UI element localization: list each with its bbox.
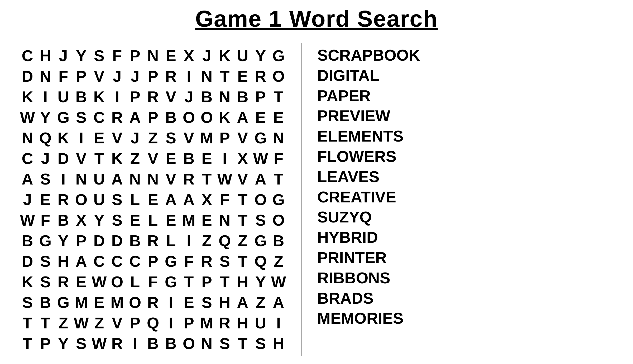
grid-cell-0-7: N <box>144 45 162 66</box>
grid-cell-13-3: W <box>72 313 90 333</box>
grid-cell-5-14: F <box>270 148 287 169</box>
grid-cell-11-8: G <box>162 271 180 292</box>
grid-cell-6-9: R <box>180 169 198 189</box>
grid-cell-9-0: B <box>18 230 36 251</box>
grid-cell-8-6: E <box>126 210 144 230</box>
grid-cell-7-4: U <box>90 189 108 210</box>
grid-cell-7-5: S <box>108 189 126 210</box>
grid-cell-8-10: E <box>198 210 216 230</box>
grid-cell-14-9: O <box>180 333 198 354</box>
grid-cell-4-0: N <box>18 128 36 148</box>
grid-cell-11-2: R <box>54 271 72 292</box>
grid-cell-1-5: J <box>108 66 126 86</box>
divider <box>301 43 301 356</box>
grid-cell-0-10: J <box>198 45 216 66</box>
grid-cell-9-2: Y <box>54 230 72 251</box>
grid-cell-12-14: A <box>270 292 287 313</box>
grid-cell-6-1: S <box>36 169 54 189</box>
grid-cell-9-12: Z <box>234 230 252 251</box>
grid-cell-5-9: B <box>180 148 198 169</box>
grid-cell-14-5: R <box>108 333 126 354</box>
grid-cell-3-9: O <box>180 107 198 128</box>
grid-cell-8-11: N <box>216 210 234 230</box>
word-item-10: PRINTER <box>317 248 420 268</box>
grid-cell-11-14: W <box>270 271 287 292</box>
grid-cell-11-7: F <box>144 271 162 292</box>
grid-cell-3-12: A <box>234 107 252 128</box>
grid-cell-8-14: O <box>270 210 287 230</box>
grid-cell-13-2: Z <box>54 313 72 333</box>
grid-cell-2-7: R <box>144 86 162 107</box>
grid-cell-12-3: M <box>72 292 90 313</box>
word-item-13: MEMORIES <box>317 308 420 329</box>
grid-cell-9-6: B <box>126 230 144 251</box>
grid-cell-5-3: V <box>72 148 90 169</box>
grid-cell-3-6: A <box>126 107 144 128</box>
grid-cell-1-0: D <box>18 66 36 86</box>
grid-cell-1-1: N <box>36 66 54 86</box>
grid-cell-4-14: N <box>270 128 287 148</box>
grid-cell-10-9: F <box>180 251 198 271</box>
grid-cell-1-8: R <box>162 66 180 86</box>
grid-cell-1-4: V <box>90 66 108 86</box>
grid-cell-13-12: H <box>234 313 252 333</box>
grid-cell-13-10: M <box>198 313 216 333</box>
grid-cell-3-5: R <box>108 107 126 128</box>
grid-cell-10-1: S <box>36 251 54 271</box>
grid-cell-6-5: A <box>108 169 126 189</box>
grid-cell-14-2: Y <box>54 333 72 354</box>
grid-cell-4-8: S <box>162 128 180 148</box>
grid-cell-9-11: Q <box>216 230 234 251</box>
grid-cell-8-9: M <box>180 210 198 230</box>
grid-cell-2-11: N <box>216 86 234 107</box>
grid-cell-13-7: Q <box>144 313 162 333</box>
grid-cell-3-3: S <box>72 107 90 128</box>
grid-cell-0-9: X <box>180 45 198 66</box>
grid-cell-2-4: K <box>90 86 108 107</box>
grid-cell-7-6: L <box>126 189 144 210</box>
grid-cell-0-11: K <box>216 45 234 66</box>
grid-cell-10-0: D <box>18 251 36 271</box>
grid-cell-1-14: O <box>270 66 287 86</box>
grid-cell-10-14: Z <box>270 251 287 271</box>
grid-cell-10-6: C <box>126 251 144 271</box>
grid-cell-4-7: Z <box>144 128 162 148</box>
grid-cell-12-0: S <box>18 292 36 313</box>
grid-cell-3-1: Y <box>36 107 54 128</box>
grid-cell-14-12: T <box>234 333 252 354</box>
grid-cell-0-13: Y <box>252 45 270 66</box>
grid-cell-9-1: G <box>36 230 54 251</box>
grid-cell-2-8: V <box>162 86 180 107</box>
grid-cell-13-0: T <box>18 313 36 333</box>
grid-cell-13-6: P <box>126 313 144 333</box>
grid-cell-8-12: T <box>234 210 252 230</box>
grid-cell-8-1: F <box>36 210 54 230</box>
grid-cell-5-5: K <box>108 148 126 169</box>
grid-cell-6-6: N <box>126 169 144 189</box>
grid-cell-14-10: N <box>198 333 216 354</box>
grid-cell-12-4: E <box>90 292 108 313</box>
grid-cell-10-11: S <box>216 251 234 271</box>
grid-cell-2-10: B <box>198 86 216 107</box>
word-item-1: DIGITAL <box>317 66 420 86</box>
grid-cell-9-13: G <box>252 230 270 251</box>
grid-cell-7-2: R <box>54 189 72 210</box>
grid-cell-7-9: A <box>180 189 198 210</box>
grid-cell-1-13: R <box>252 66 270 86</box>
grid-cell-8-4: Y <box>90 210 108 230</box>
grid-cell-11-9: T <box>180 271 198 292</box>
grid-cell-1-11: T <box>216 66 234 86</box>
grid-cell-8-7: L <box>144 210 162 230</box>
grid-cell-5-10: E <box>198 148 216 169</box>
grid-cell-7-12: T <box>234 189 252 210</box>
grid-cell-2-12: B <box>234 86 252 107</box>
grid-cell-12-9: E <box>180 292 198 313</box>
word-item-7: CREATIVE <box>317 187 420 207</box>
grid-cell-12-8: I <box>162 292 180 313</box>
grid-cell-2-5: I <box>108 86 126 107</box>
grid-cell-10-13: Q <box>252 251 270 271</box>
word-item-12: BRADS <box>317 288 420 309</box>
grid-cell-9-9: I <box>180 230 198 251</box>
grid-cell-1-3: P <box>72 66 90 86</box>
grid-cell-8-8: E <box>162 210 180 230</box>
